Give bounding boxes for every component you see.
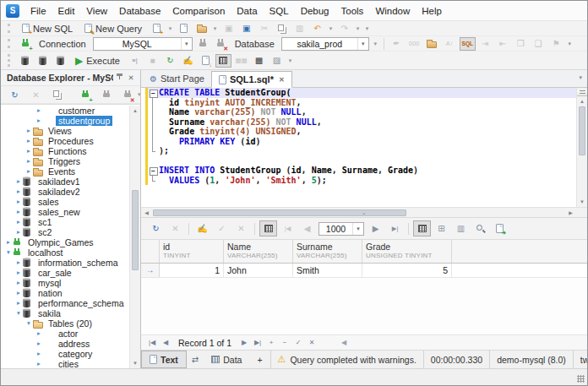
twisty-icon[interactable]: ▸ <box>14 299 23 307</box>
refresh-icon[interactable]: ↻ <box>7 88 23 101</box>
card-view-icon[interactable]: ⊞ <box>433 220 450 236</box>
fold-toggle-icon[interactable] <box>148 166 159 176</box>
twisty-icon[interactable]: ▸ <box>35 117 43 125</box>
menu-data[interactable]: Data <box>231 3 263 19</box>
hscroll-right-icon[interactable]: ▶ <box>565 208 576 218</box>
drop-database-icon[interactable] <box>52 54 68 68</box>
edit-data-icon[interactable]: ✍ <box>180 54 196 68</box>
tree-item-address[interactable]: ▸address <box>1 339 129 349</box>
refresh-results-icon[interactable]: ↻ <box>147 220 165 236</box>
connect-icon[interactable] <box>98 88 114 101</box>
dropdown-arrow-icon[interactable]: ▾ <box>352 223 363 235</box>
bookmark-icon[interactable]: ⚑ <box>548 37 564 51</box>
new-sql-button[interactable]: +New SQL <box>16 22 79 35</box>
tree-item-sakiladev2[interactable]: ▸sakiladev2 <box>1 187 129 197</box>
cancel-changes-icon[interactable]: ✕ <box>232 220 250 236</box>
tree-item-actor[interactable]: ▸actor <box>1 329 129 339</box>
split-handle[interactable] <box>577 90 587 96</box>
tree-item-sc1[interactable]: ▸sc1 <box>1 217 129 227</box>
results-tab-data[interactable]: Data <box>204 351 249 368</box>
new-query-button[interactable]: ✎New Query <box>79 22 148 35</box>
save-all-icon[interactable]: ▣ <box>238 22 254 35</box>
undo-icon[interactable]: ↶ <box>309 22 325 35</box>
cell-id[interactable]: 1 <box>160 264 224 277</box>
new-document-dropdown[interactable]: ▾ <box>166 25 175 32</box>
tree-item-olympic-games[interactable]: ▸Olympic_Games <box>1 237 129 247</box>
new-connection-icon[interactable]: + <box>77 88 93 101</box>
explorer-scrollbar[interactable]: ▲ ▼ <box>129 106 140 368</box>
uppercase-icon[interactable]: A↑ <box>442 37 458 51</box>
twisty-icon[interactable]: ▸ <box>35 340 43 348</box>
page-size-combo[interactable]: 1000▾ <box>318 222 364 236</box>
scroll-up-icon[interactable]: ▲ <box>130 106 140 116</box>
next-record-icon[interactable]: ▶ <box>238 339 250 346</box>
post-edit-icon[interactable]: ✓ <box>292 339 304 346</box>
comment-lines-icon[interactable]: ❐ <box>513 37 529 51</box>
scroll-down-icon[interactable]: ▼ <box>130 358 140 368</box>
tree-item-procedures[interactable]: ▸Procedures <box>1 136 129 146</box>
tree-item-studentgroup[interactable]: ▸studentgroup <box>1 116 129 126</box>
tab-list-dropdown[interactable]: ▾ <box>579 74 582 81</box>
disconnect-icon[interactable]: ✕ <box>213 37 229 51</box>
stop-results-icon[interactable]: ✕ <box>166 220 184 236</box>
results-tab-text[interactable]: Text <box>141 351 187 368</box>
paging-icon[interactable] <box>259 220 277 236</box>
previous-page-icon[interactable]: ◀ <box>298 220 316 236</box>
twisty-icon[interactable]: ▸ <box>24 127 33 135</box>
close-panel-icon[interactable]: ✕ <box>125 73 137 82</box>
menu-window[interactable]: Window <box>369 3 416 19</box>
twisty-icon[interactable]: ▸ <box>24 167 33 176</box>
paging-grid-icon[interactable] <box>215 54 231 68</box>
column-header-grade[interactable]: GradeUNSIGNED TINYINT <box>362 240 452 263</box>
twisty-icon[interactable]: ▸ <box>14 188 23 196</box>
execution-history-icon[interactable]: ↻ <box>162 54 178 68</box>
menu-file[interactable]: File <box>24 3 52 19</box>
tab-sql1-sql-[interactable]: SQL1.sql*✕ <box>211 71 292 88</box>
open-file-icon[interactable] <box>193 22 210 35</box>
tree-item-customer[interactable]: ▸customer <box>1 106 129 116</box>
editor-hscrollbar[interactable]: ◀ ▶ ⌄ <box>141 207 587 218</box>
aggregates-icon[interactable]: ▥ <box>452 220 470 236</box>
column-header-name[interactable]: NameVARCHAR(255) <box>224 240 293 263</box>
line-numbers-icon[interactable]: 000 <box>406 37 422 51</box>
increase-indent-icon[interactable]: ⇥ <box>477 37 493 51</box>
execute-button[interactable]: ▶Execute <box>69 53 126 68</box>
close-tab-icon[interactable]: ✕ <box>279 76 285 84</box>
fold-toggle-icon[interactable] <box>148 88 159 98</box>
menu-comparison[interactable]: Comparison <box>166 3 231 19</box>
decrease-indent-icon[interactable]: ⇤ <box>495 37 511 51</box>
twisty-icon[interactable]: ▸ <box>35 350 43 358</box>
switch-view-icon[interactable]: ⇄ <box>187 351 204 368</box>
add-result-tab-button[interactable]: + <box>249 351 270 368</box>
twisty-icon[interactable]: ▾ <box>24 319 33 328</box>
app-logo-icon[interactable]: S <box>6 4 19 18</box>
open-file-dropdown[interactable]: ▾ <box>210 25 220 32</box>
tree-item-views[interactable]: ▸Views <box>1 126 129 136</box>
scroll-thumb[interactable] <box>132 190 139 270</box>
uncomment-lines-icon[interactable]: ❑ <box>531 37 547 51</box>
execution-plan-icon[interactable]: ▨ <box>269 54 285 68</box>
last-page-icon[interactable]: ▶| <box>386 220 404 236</box>
pin-icon[interactable] <box>113 73 125 83</box>
tree-item-category[interactable]: ▸category <box>1 349 129 359</box>
toolbar1-overflow-dropdown[interactable]: ▾ <box>362 25 372 32</box>
data-export-icon[interactable]: ➜ <box>491 220 509 236</box>
new-connection-icon[interactable]: + <box>17 37 33 51</box>
menu-tools[interactable]: Tools <box>335 3 370 19</box>
column-header-surname[interactable]: SurnameVARCHAR(255) <box>293 240 362 263</box>
twisty-icon[interactable]: ▸ <box>35 329 43 338</box>
execute-to-cursor-icon[interactable]: ≡| <box>127 54 143 68</box>
tree-item-performance-schema[interactable]: ▸performance_schema <box>1 298 129 308</box>
duplicate-object-icon[interactable] <box>49 88 65 101</box>
twisty-icon[interactable]: ▸ <box>14 258 23 267</box>
twisty-icon[interactable]: ▸ <box>14 198 23 206</box>
first-record-icon[interactable]: |◀ <box>146 339 158 346</box>
twisty-icon[interactable]: ▾ <box>14 309 23 318</box>
tree-item-sales[interactable]: ▸sales <box>1 197 129 207</box>
database-combo[interactable]: sakila_prod▾ <box>281 37 369 51</box>
paste-icon[interactable]: ▥ <box>291 22 308 35</box>
tree-item-sakiladev1[interactable]: ▸sakiladev1 <box>1 177 129 187</box>
next-page-icon[interactable]: ▶ <box>367 220 384 236</box>
twisty-icon[interactable]: ▾ <box>4 248 13 257</box>
twisty-icon[interactable]: ▸ <box>4 238 13 247</box>
